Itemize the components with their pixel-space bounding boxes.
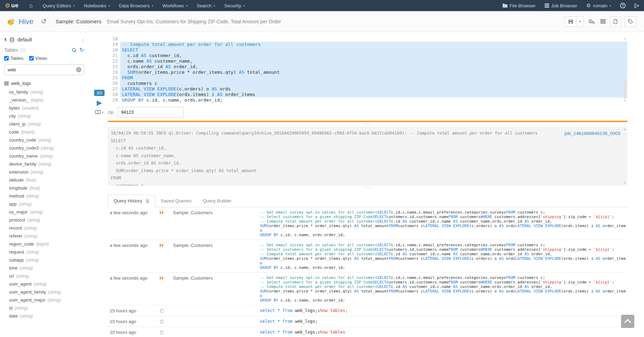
column-item[interactable]: method(string)	[0, 192, 88, 200]
job-browser-link[interactable]: Job Browser	[540, 0, 582, 11]
job-link[interactable]: job_1461888648136_0003	[564, 131, 620, 136]
column-item[interactable]: _version_(bigint)	[0, 96, 88, 104]
filter-views[interactable]: Views	[29, 56, 47, 61]
scroll-up-icon[interactable]: ▲	[624, 37, 627, 40]
menu-data-browsers[interactable]: Data Browsers▾	[115, 0, 158, 11]
column-item[interactable]: latitude(float)	[0, 176, 88, 184]
column-item[interactable]: device_family(string)	[0, 160, 88, 168]
tables-checkbox[interactable]	[4, 56, 9, 61]
new-document-button[interactable]	[610, 16, 621, 27]
history-row[interactable]: 15 hours agoselect * from web_logs;show …	[108, 305, 627, 316]
filter-tables[interactable]: Tables	[4, 56, 24, 61]
hive-brand[interactable]: Hive	[7, 17, 33, 26]
search-icon[interactable]	[72, 48, 76, 53]
column-type: (float)	[30, 186, 40, 191]
execute-button[interactable]: ▶	[97, 99, 102, 106]
column-item[interactable]: url(string)	[0, 272, 88, 280]
column-item[interactable]: user_agent_family(string)	[0, 288, 88, 296]
column-item[interactable]: longitude(float)	[0, 184, 88, 192]
history-row[interactable]: a few seconds agoSample: Customers-- Get…	[108, 207, 627, 240]
tab-query-history[interactable]: Query History	[108, 195, 155, 207]
scroll-down-icon[interactable]: ▼	[624, 99, 627, 102]
menu-query-editors[interactable]: Query Editors▾	[38, 0, 79, 11]
sql-token: FROM	[448, 215, 458, 219]
clear-search-icon[interactable]: ×	[76, 67, 81, 72]
scroll-down-icon[interactable]: ▼	[623, 182, 626, 185]
column-item[interactable]: app(string)	[0, 200, 88, 208]
help-button[interactable]: ?	[616, 0, 630, 11]
tags-button[interactable]	[625, 16, 636, 27]
save-dropdown-button[interactable]: ▾	[576, 16, 584, 27]
tab-saved-queries[interactable]: Saved Queries	[155, 195, 197, 207]
history-row[interactable]: 15 hours agoselect * from web_logs;	[108, 316, 627, 327]
scrollbar-thumb[interactable]	[624, 79, 627, 99]
resize-grip-top[interactable]: ···	[108, 122, 627, 126]
column-item[interactable]: client_ip(string)	[0, 120, 88, 128]
variable-zip-input[interactable]	[118, 107, 184, 118]
sql-token: customers	[458, 280, 481, 284]
column-item[interactable]: time(string)	[0, 264, 88, 272]
column-item[interactable]: user_agent_major(string)	[0, 296, 88, 304]
back-icon[interactable]: ‹	[4, 35, 7, 43]
file-browser-link[interactable]: File Browser	[498, 0, 540, 11]
sql-token: (ords.items) i	[176, 92, 217, 97]
views-checkbox[interactable]	[29, 56, 34, 61]
column-item[interactable]: city(string)	[0, 112, 88, 120]
log-scrollbar[interactable]: ▲ ▼	[622, 127, 627, 186]
column-item[interactable]: date(string)	[0, 312, 88, 320]
table-item-web-logs[interactable]: web_logs	[0, 79, 88, 88]
column-type: (string)	[20, 314, 33, 319]
resize-grip-bottom[interactable]: ···	[108, 186, 627, 190]
refresh-icon[interactable]: ↻	[80, 47, 84, 53]
editor-scrollbar[interactable]: ▲ ▼	[623, 36, 627, 103]
sql-token: LATERAL VIEW EXPLODE	[423, 224, 469, 228]
column-item[interactable]: country_code3(string)	[0, 144, 88, 152]
scroll-up-icon[interactable]: ▲	[623, 128, 626, 131]
sql-editor[interactable]: 181920212223242526272829 -- Compute tota…	[108, 36, 627, 103]
user-menu[interactable]: ⚙ romain ▾	[582, 0, 616, 11]
column-item[interactable]: subapp(string)	[0, 256, 88, 264]
home-icon[interactable]: ⌂	[24, 0, 38, 11]
query-title[interactable]: Sample: Customers	[56, 18, 101, 24]
column-item[interactable]: referer(string)	[0, 232, 88, 240]
column-item[interactable]: code(tinyint)	[0, 128, 88, 136]
column-item[interactable]: os_major(string)	[0, 208, 88, 216]
column-item[interactable]: record(string)	[0, 224, 88, 232]
table-search-input[interactable]	[4, 64, 84, 75]
column-item[interactable]: bytes(smallint)	[0, 104, 88, 112]
history-query-name: Sample: Customers	[173, 243, 260, 248]
history-row[interactable]: 15 hours agoselect * from web_logs;show …	[108, 327, 627, 337]
column-item[interactable]: os_family(string)	[0, 88, 88, 96]
database-name[interactable]: default	[17, 37, 32, 42]
scroll-to-top-button[interactable]	[621, 315, 634, 328]
menu-security[interactable]: Security▾	[220, 0, 249, 11]
trash-icon[interactable]	[146, 199, 149, 203]
column-item[interactable]: id(string)	[0, 304, 88, 312]
menu-search[interactable]: Search▾	[192, 0, 220, 11]
history-row[interactable]: a few seconds agoSample: Customers-- Get…	[108, 273, 627, 305]
content-area: ‹ default ‹ Tables (1) ↻ Tables Views × …	[0, 32, 644, 337]
snippet-menu-button[interactable]: ▾	[95, 110, 104, 114]
tab-query-builder[interactable]: Query Builder	[197, 195, 237, 207]
column-item[interactable]: country_code(string)	[0, 136, 88, 144]
column-item[interactable]: user_agent(string)	[0, 280, 88, 288]
column-item[interactable]: country_name(string)	[0, 152, 88, 160]
menu-workflows[interactable]: Workflows▾	[158, 0, 192, 11]
column-item[interactable]: request(string)	[0, 248, 88, 256]
logout-button[interactable]	[630, 0, 644, 11]
menu-notebooks[interactable]: Notebooks▾	[79, 0, 114, 11]
grid-icon[interactable]	[600, 19, 606, 24]
sql-token: customers.id,customers.name	[386, 215, 448, 219]
collapse-assist-icon[interactable]: ‹	[82, 36, 84, 43]
column-item[interactable]: protocol(string)	[0, 216, 88, 224]
session-gears-icon[interactable]: ⚙⚙	[587, 18, 596, 25]
hue-logo[interactable]: ⚙ ue	[0, 0, 24, 11]
history-query-name: Sample: Customers	[173, 210, 260, 215]
editor-code[interactable]: -- Compute total amount per order for al…	[120, 36, 627, 103]
column-item[interactable]: region_code(bigint)	[0, 240, 88, 248]
recent-queries-icon[interactable]: ↺	[41, 17, 47, 25]
column-name: subapp	[9, 257, 24, 263]
history-row[interactable]: a few seconds agoSample: Customers-- Get…	[108, 240, 627, 273]
save-button[interactable]	[565, 16, 577, 27]
column-item[interactable]: extension(string)	[0, 168, 88, 176]
